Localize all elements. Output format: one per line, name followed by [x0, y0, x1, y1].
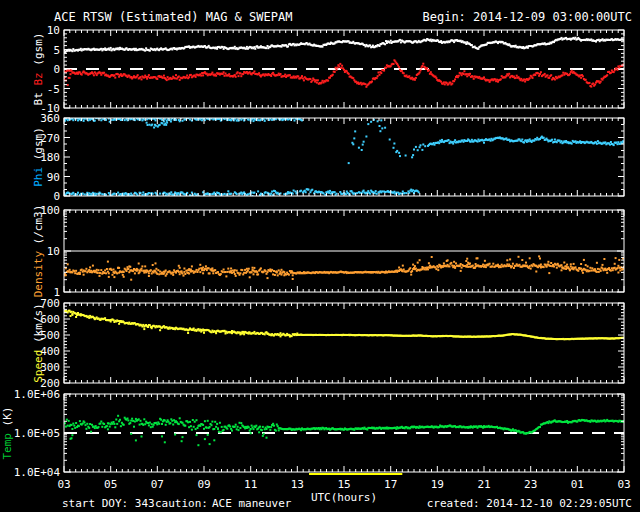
timeseries-plot-svg: ACE RTSW (Estimated) MAG & SWEPAM Begin:… — [0, 0, 640, 512]
x-axis-label: UTC(hours) — [311, 491, 377, 504]
x-tick-label: 17 — [384, 478, 397, 491]
footer-caution-label: caution: — [155, 497, 208, 510]
x-tick-label: 15 — [337, 478, 350, 491]
x-tick-label: 09 — [197, 478, 210, 491]
x-tick-label: 03 — [617, 478, 630, 491]
y-tick-label: 10 — [47, 24, 60, 37]
y-tick-label: 0 — [53, 63, 60, 76]
x-tick-label: 23 — [524, 478, 537, 491]
panel-ylabel-phi: Phi (gsm) — [32, 127, 45, 187]
panel-ylabel-bt-bz: Bt Bz (gsm) — [32, 33, 45, 106]
x-tick-label: 05 — [104, 478, 117, 491]
panel-ylabel-density: Density (/cm3) — [32, 205, 45, 298]
begin-timestamp: Begin: 2014-12-09 03:00:00UTC — [422, 10, 632, 24]
ace-rtsw-plot: ACE RTSW (Estimated) MAG & SWEPAM Begin:… — [0, 0, 640, 512]
page-title: ACE RTSW (Estimated) MAG & SWEPAM — [54, 10, 292, 24]
y-tick-label: 1.0E+04 — [14, 466, 61, 479]
x-tick-label: 03 — [57, 478, 70, 491]
footer-created: created: 2014-12-10 02:29:05UTC — [427, 497, 632, 510]
y-tick-label: 5 — [53, 44, 60, 57]
x-tick-label: 21 — [477, 478, 490, 491]
x-tick-label: 11 — [244, 478, 257, 491]
y-tick-label: 1.0E+06 — [14, 388, 60, 401]
x-tick-label: 07 — [151, 478, 164, 491]
y-tick-label: 360 — [40, 112, 60, 125]
x-tick-label: 13 — [291, 478, 304, 491]
x-tick-label: 01 — [571, 478, 584, 491]
y-tick-label: 1.0E+05 — [14, 427, 60, 440]
y-tick-label: 10 — [47, 245, 60, 258]
panel-ylabel-speed: Speed (km/s) — [32, 303, 45, 382]
x-tick-label: 19 — [431, 478, 444, 491]
y-tick-label: -5 — [47, 83, 60, 96]
plot-background — [0, 0, 640, 512]
footer-start-doy: start DOY: 343 — [62, 497, 155, 510]
footer-caution-value: ACE maneuver — [212, 497, 292, 510]
panel-ylabel-temp: Temp (K) — [1, 407, 14, 460]
y-tick-label: 0 — [53, 190, 60, 203]
y-tick-label: 90 — [47, 171, 60, 184]
